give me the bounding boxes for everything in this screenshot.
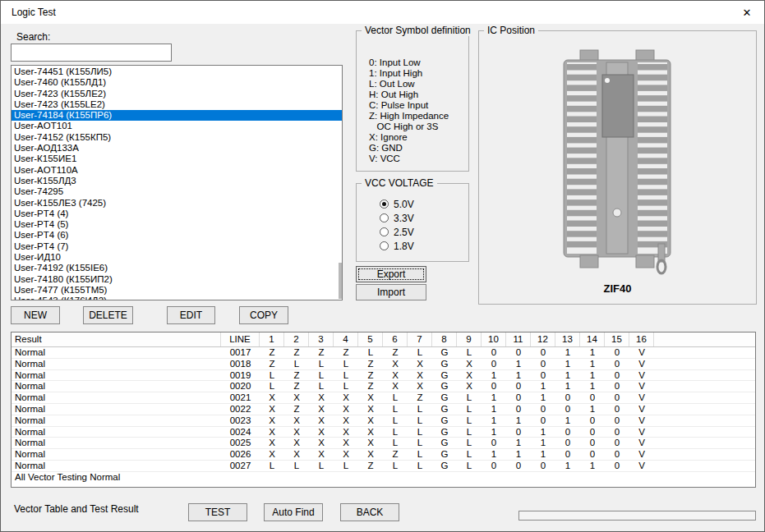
pin-cell: L xyxy=(457,427,482,438)
pin-cell: Z xyxy=(358,461,383,471)
header-cell[interactable]: 15 xyxy=(605,332,629,346)
vector-symbol-line: 1: Input High xyxy=(369,68,467,79)
pin-cell: G xyxy=(432,404,457,415)
list-item[interactable]: User-К155ЛЕ3 (7425) xyxy=(12,198,342,209)
radio-label: 3.3V xyxy=(394,213,414,224)
list-item[interactable]: User-PT4 (4) xyxy=(12,209,342,219)
back-button[interactable]: BACK xyxy=(340,503,399,521)
header-cell[interactable]: Result xyxy=(12,332,221,346)
header-cell[interactable]: 6 xyxy=(383,332,408,346)
list-item[interactable]: User-АОД133А xyxy=(12,143,342,154)
list-item[interactable]: User-PT4 (7) xyxy=(12,241,342,252)
list-item[interactable]: User-7423 (К155LE2) xyxy=(12,99,342,110)
export-button[interactable]: Export xyxy=(356,266,426,282)
list-item[interactable]: User-74152 (К155КП5) xyxy=(12,132,342,143)
pin-cell: Z xyxy=(408,392,432,403)
header-cell[interactable]: 8 xyxy=(432,332,457,346)
header-cell[interactable]: 4 xyxy=(334,332,358,346)
pin-cell: L xyxy=(260,370,284,381)
list-item[interactable]: User-7477 (К155ТМ5) xyxy=(12,285,342,296)
header-cell[interactable]: 5 xyxy=(358,332,383,346)
pin-cell: 0 xyxy=(605,427,629,438)
pin-cell: L xyxy=(383,461,408,471)
table-row[interactable]: Normal0021XXXXXLZGL101000V xyxy=(12,392,755,404)
line-cell: 0020 xyxy=(221,381,260,392)
table-header: ResultLINE12345678910111213141516 xyxy=(12,332,755,347)
list-item[interactable]: User-ИД10 xyxy=(12,252,342,263)
vcc-radio-1.8V[interactable]: 1.8V xyxy=(380,239,414,253)
list-item[interactable]: User-AOT101 xyxy=(12,121,342,131)
auto-find-button[interactable]: Auto Find xyxy=(264,503,323,521)
table-row[interactable]: Normal0018ZLLLZXXGX010110V xyxy=(12,359,755,370)
pin-cell: G xyxy=(432,415,457,426)
vcc-radio-3.3V[interactable]: 3.3V xyxy=(380,211,414,225)
search-input[interactable] xyxy=(11,44,172,62)
pin-cell: 1 xyxy=(580,359,605,369)
header-cell[interactable]: 1 xyxy=(260,332,284,346)
pin-cell: X xyxy=(284,427,309,438)
pin-cell: L xyxy=(408,347,432,358)
header-cell[interactable]: 2 xyxy=(284,332,309,346)
table-row[interactable]: Normal0019LZLLZXXGX110110V xyxy=(12,370,755,382)
header-cell[interactable]: LINE xyxy=(221,332,260,346)
pin-cell: V xyxy=(629,359,654,369)
pin-cell: V xyxy=(629,381,654,392)
pin-cell: X xyxy=(260,449,284,460)
list-item[interactable]: User-74180 (К155ИП2) xyxy=(12,274,342,285)
table-row[interactable]: Normal0020LZLLZXXGX001110V xyxy=(12,381,755,392)
table-row[interactable]: Normal0024XXXXXLLGL101000V xyxy=(12,427,755,438)
scrollbar-thumb[interactable] xyxy=(339,263,342,299)
result-cell: Normal xyxy=(12,438,221,448)
pin-cell: X xyxy=(334,438,358,448)
header-cell[interactable]: 7 xyxy=(408,332,432,346)
list-item[interactable]: User-К155ИЕ1 xyxy=(12,154,342,164)
pin-cell: X xyxy=(383,381,408,392)
list-item[interactable]: User-PT4 (6) xyxy=(12,230,342,241)
pin-cell: L xyxy=(457,449,482,460)
pin-cell: 0 xyxy=(580,449,605,460)
copy-button[interactable]: COPY xyxy=(239,306,288,324)
header-cell[interactable]: 9 xyxy=(457,332,482,346)
table-row[interactable]: Normal0026XXXXXZLGL111000V xyxy=(12,449,755,461)
vcc-radio-2.5V[interactable]: 2.5V xyxy=(380,225,414,239)
pin-cell: X xyxy=(260,438,284,448)
list-item[interactable]: User-К155ЛД3 xyxy=(12,176,342,186)
vcc-radio-5.0V[interactable]: 5.0V xyxy=(380,197,414,211)
header-cell[interactable]: 12 xyxy=(531,332,555,346)
radio-icon xyxy=(380,200,389,209)
pin-cell: X xyxy=(260,392,284,403)
list-item[interactable]: User-74184 (К155ПР6) xyxy=(12,110,342,121)
import-button[interactable]: Import xyxy=(356,284,426,300)
table-row[interactable]: Normal0022XZXXXLLGL100010V xyxy=(12,404,755,415)
list-item[interactable]: User-AOT110A xyxy=(12,165,342,176)
edit-button[interactable]: EDIT xyxy=(167,306,215,324)
pin-cell: L xyxy=(260,461,284,471)
header-cell[interactable]: 14 xyxy=(580,332,605,346)
header-cell[interactable]: 3 xyxy=(309,332,334,346)
vcc-voltage-groupbox: VCC VOLTAGE 5.0V3.3V2.5V1.8V xyxy=(356,183,469,262)
header-cell[interactable]: 11 xyxy=(506,332,531,346)
list-item[interactable]: User-7423 (К155ЛЕ2) xyxy=(12,89,342,99)
header-cell[interactable]: 10 xyxy=(482,332,506,346)
pin-cell: G xyxy=(432,427,457,438)
delete-button[interactable]: DELETE xyxy=(83,306,133,324)
table-row[interactable]: Normal0023XXXXXLLGL110100V xyxy=(12,415,755,427)
device-listbox[interactable]: User-74451 (К155ЛИ5)User-7460 (К155ЛД1)U… xyxy=(11,65,343,300)
new-button[interactable]: NEW xyxy=(11,306,60,324)
list-item[interactable]: User-PT4 (5) xyxy=(12,219,342,230)
list-item[interactable]: User-74192 (К155IE6) xyxy=(12,263,342,273)
list-item[interactable]: User-7460 (К155ЛД1) xyxy=(12,77,342,88)
pin-cell: 1 xyxy=(531,392,555,403)
test-button[interactable]: TEST xyxy=(188,503,247,521)
list-item[interactable]: User-74295 xyxy=(12,186,342,197)
table-row[interactable]: Normal0027LLLLZLLGL000110V xyxy=(12,461,755,472)
close-icon[interactable]: ✕ xyxy=(730,1,764,24)
table-row[interactable]: Normal0025XXXXXLLGL011000V xyxy=(12,438,755,449)
table-row[interactable]: Normal0017ZZZZLZLGL000110V xyxy=(12,347,755,359)
list-item[interactable]: User-4543 (К176ИД2) xyxy=(12,296,342,300)
list-item[interactable]: User-74451 (К155ЛИ5) xyxy=(12,66,342,77)
header-cell[interactable]: 16 xyxy=(629,332,654,346)
header-cell[interactable]: 13 xyxy=(555,332,580,346)
vector-symbol-groupbox: Vector Symbol definition 0: Input Low1: … xyxy=(356,30,469,172)
pin-cell: X xyxy=(358,438,383,448)
